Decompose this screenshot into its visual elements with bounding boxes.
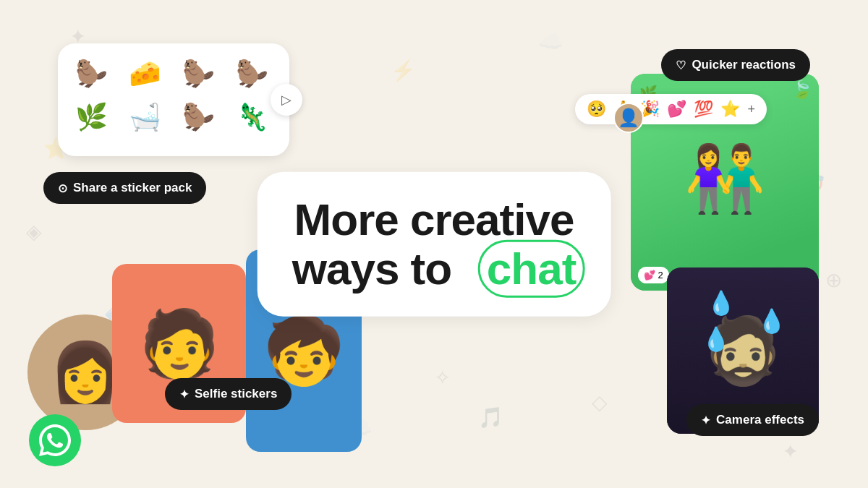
share-icon: ⊙ xyxy=(58,181,67,195)
quicker-reactions-badge: ♡ Quicker reactions xyxy=(661,49,810,81)
selfie-stickers-badge: ✦ Selfie stickers xyxy=(165,378,292,410)
camera-effects-badge: ✦ Camera effects xyxy=(686,404,819,436)
emoji-reaction-bar[interactable]: 🥺 🙏 🎉 💕 💯 ⭐ + xyxy=(575,94,767,124)
sticker-cell: 🧀 xyxy=(123,55,166,93)
emoji-reaction-item[interactable]: 💯 xyxy=(694,100,713,119)
title-ways-to: ways to xyxy=(292,244,451,294)
chat-circle-decoration xyxy=(478,240,584,298)
send-sticker-button[interactable]: ▷ xyxy=(271,84,302,116)
reaction-count: 💕 2 xyxy=(638,267,669,283)
camera-man: 🧔 xyxy=(702,313,783,389)
sticker-card: 🦫 🧀 🦫 🦫 🌿 🛁 🦫 🦎 ▷ xyxy=(58,43,289,156)
sparkle-icon-2: ✦ xyxy=(179,388,189,401)
emoji-reaction-item[interactable]: 🥺 xyxy=(587,100,606,119)
sparkle-icon: ✦ xyxy=(701,414,710,427)
user-avatar: 👤 xyxy=(613,103,644,133)
emoji-reaction-item[interactable]: 💕 xyxy=(667,100,686,119)
sticker-cell: 🦫 xyxy=(176,98,220,136)
deco-leaf: 🍃 xyxy=(791,80,813,100)
emoji-reaction-item[interactable]: ⭐ xyxy=(720,100,740,119)
share-sticker-badge: ⊙ Share a sticker pack xyxy=(43,172,206,204)
title-card: More creative ways to chat xyxy=(258,171,611,316)
selfie-stickers-label: Selfie stickers xyxy=(195,387,277,401)
sticker-cell: 🦫 xyxy=(69,55,113,93)
whatsapp-logo xyxy=(29,414,81,466)
quicker-reactions-label: Quicker reactions xyxy=(692,58,796,72)
sticker-cell: 🦫 xyxy=(176,55,220,93)
sticker-cell: 🦫 xyxy=(230,55,273,93)
sticker-cell: 🛁 xyxy=(123,98,166,136)
heart-icon: ♡ xyxy=(676,59,686,72)
title-chat-wrapper: chat xyxy=(487,244,576,294)
sticker-grid: 🦫 🧀 🦫 🦫 🌿 🛁 🦫 🦎 xyxy=(69,55,278,136)
add-reaction-button[interactable]: + xyxy=(747,102,755,117)
main-container: 🦫 🧀 🦫 🦫 🌿 🛁 🦫 🦎 ▷ ⊙ Share a sticker pack… xyxy=(0,0,868,488)
share-sticker-label: Share a sticker pack xyxy=(73,181,192,195)
title-line-1: More creative xyxy=(292,194,576,244)
title-line-2: ways to chat xyxy=(292,244,576,294)
couple-emoji: 👫 xyxy=(684,141,765,217)
sticker-cell: 🌿 xyxy=(69,98,113,136)
camera-effects-label: Camera effects xyxy=(716,413,804,427)
svg-point-0 xyxy=(29,414,81,466)
sticker-cell: 🦎 xyxy=(230,98,273,136)
